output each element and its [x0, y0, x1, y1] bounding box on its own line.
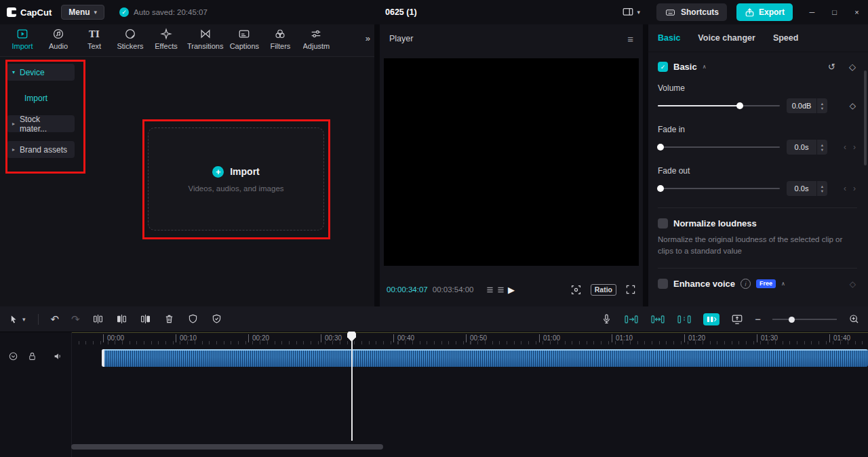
lock-track-icon[interactable] [27, 351, 37, 361]
tab-audio[interactable]: Audio [41, 28, 75, 50]
collapse-caret-icon[interactable]: ∧ [703, 64, 707, 70]
prev-keyframe-icon[interactable]: ‹ [844, 142, 846, 152]
mirror-toggle[interactable] [624, 314, 639, 325]
reset-icon[interactable]: ↺ [828, 62, 835, 72]
keyframe-diamond-icon[interactable]: ◇ [849, 62, 856, 72]
prev-keyframe-icon[interactable]: ‹ [844, 184, 846, 193]
shield-check-icon[interactable] [211, 313, 222, 325]
volume-value[interactable]: 0.0dB [787, 98, 816, 113]
tab-basic[interactable]: Basic [658, 33, 680, 43]
basic-checkbox[interactable]: ✓ [658, 62, 668, 72]
player-menu-icon[interactable]: ≡ [627, 33, 633, 45]
timeline-zoom-slider[interactable] [772, 315, 837, 323]
import-dropzone[interactable]: + Import Videos, audios, and images [148, 127, 324, 231]
volume-stepper[interactable]: ▴▾ [816, 98, 827, 113]
volume-slider[interactable] [658, 102, 780, 110]
tab-voice-changer[interactable]: Voice changer [698, 33, 755, 43]
sidebar-item-import[interactable]: Import [7, 90, 75, 106]
maximize-button[interactable]: □ [823, 0, 846, 24]
audio-track-clip[interactable] [102, 349, 868, 367]
tab-filters[interactable]: Filters [263, 28, 297, 50]
divider [658, 207, 857, 208]
stickers-tab-icon [124, 28, 136, 40]
fade-in-stepper[interactable]: ▴▾ [816, 140, 827, 155]
effects-tab-icon [160, 28, 172, 40]
delete-right-icon[interactable] [140, 313, 151, 325]
capcut-window: CapCut Menu ▾ ✓ Auto saved: 20:45:07 062… [0, 0, 868, 457]
tab-speed[interactable]: Speed [773, 33, 799, 43]
magnet-toggle[interactable] [703, 313, 719, 325]
fullscreen-icon[interactable] [625, 284, 636, 295]
fade-out-value[interactable]: 0.0s [787, 181, 816, 196]
fade-out-slider[interactable] [658, 184, 780, 193]
crop-toggle[interactable] [650, 314, 665, 325]
play-button[interactable]: ▶ [508, 285, 515, 295]
display-mode-button[interactable]: ▾ [622, 6, 640, 18]
track-collapse-icon[interactable] [8, 351, 18, 361]
timeline-scrollbar[interactable] [71, 444, 383, 450]
player-header: Player ≡ [380, 24, 643, 53]
titlebar-right: ▾ Shortcuts Export ─ □ × [622, 0, 868, 24]
minimize-button[interactable]: ─ [801, 0, 823, 24]
sidebar-item-device[interactable]: ▾ Device [7, 64, 75, 81]
next-keyframe-icon[interactable]: › [853, 184, 856, 193]
video-preview[interactable] [384, 58, 639, 266]
window-controls: ─ □ × [801, 0, 868, 24]
export-button[interactable]: Export [736, 3, 793, 21]
media-content: + Import Videos, audios, and images [81, 53, 374, 306]
media-body: ▾ Device Import ▸ Stock mater... ▸ Brand… [0, 53, 374, 306]
fade-out-stepper[interactable]: ▴▾ [816, 181, 827, 196]
playhead-line[interactable] [351, 334, 353, 441]
frame-view-toggles[interactable] [486, 286, 505, 294]
undo-button[interactable]: ↶ [51, 314, 60, 324]
split-icon[interactable] [92, 313, 104, 325]
player-panel: Player ≡ 00:00:34:07 00:03:54:00 ▶ Ratio [380, 24, 643, 306]
captions-tab-icon [238, 28, 250, 40]
voiceover-mic-button[interactable] [601, 313, 612, 325]
normalize-row: Normalize loudness [658, 218, 857, 228]
tab-transitions[interactable]: Transitions [185, 28, 225, 50]
timeline-tools-left: ▾ ↶ ↷ [8, 313, 222, 325]
player-title: Player [389, 34, 413, 43]
keyframe-diamond-icon[interactable]: ◇ [850, 101, 856, 111]
fade-in-value[interactable]: 0.0s [787, 140, 816, 155]
tab-import[interactable]: Import [5, 28, 39, 50]
mute-track-icon[interactable] [53, 351, 63, 361]
tri-right-icon: ▸ [12, 146, 15, 153]
sidebar-item-brand-assets[interactable]: ▸ Brand assets [7, 141, 75, 158]
zoom-out-button[interactable]: − [755, 314, 761, 324]
zoom-in-icon[interactable] [848, 313, 860, 325]
menu-button[interactable]: Menu ▾ [61, 5, 104, 20]
fade-in-slider[interactable] [658, 143, 780, 151]
normalize-checkbox[interactable] [658, 218, 668, 228]
preview-monitor-icon[interactable] [731, 313, 743, 325]
info-icon[interactable]: i [741, 279, 751, 289]
sidebar-item-stock-materials[interactable]: ▸ Stock mater... [7, 115, 75, 132]
tab-captions[interactable]: Captions [227, 28, 261, 50]
shortcuts-button[interactable]: Shortcuts [656, 3, 727, 21]
tab-stickers[interactable]: Stickers [113, 28, 147, 50]
focus-frame-icon[interactable] [570, 284, 582, 296]
tab-effects[interactable]: Effects [149, 28, 183, 50]
select-tool-button[interactable]: ▾ [8, 314, 26, 325]
autosave-text: Auto saved: 20:45:07 [134, 8, 208, 16]
link-toggle[interactable] [677, 314, 692, 325]
ratio-button[interactable]: Ratio [591, 284, 616, 296]
next-keyframe-icon[interactable]: › [853, 142, 856, 152]
import-button[interactable]: + Import [212, 166, 260, 178]
media-sidebar: ▾ Device Import ▸ Stock mater... ▸ Brand… [0, 53, 81, 306]
redo-button[interactable]: ↷ [71, 314, 80, 324]
tab-text[interactable]: TI Text [77, 28, 111, 50]
enhance-voice-checkbox[interactable] [658, 279, 668, 289]
delete-icon[interactable] [163, 313, 175, 325]
tab-adjustment[interactable]: Adjustm [299, 28, 333, 50]
inspector-scrollbar[interactable] [864, 71, 867, 165]
more-tabs-button[interactable]: » [366, 33, 370, 43]
cursor-icon [8, 314, 19, 325]
delete-left-icon[interactable] [116, 313, 127, 325]
timeline-ruler[interactable]: 00:00 00:10 00:20 00:30 00:40 00:50 01:0… [71, 332, 868, 344]
close-button[interactable]: × [846, 0, 868, 24]
collapse-caret-icon[interactable]: ∧ [781, 281, 785, 287]
keyframe-diamond-icon[interactable]: ◇ [850, 279, 856, 289]
shield-icon[interactable] [187, 313, 199, 325]
